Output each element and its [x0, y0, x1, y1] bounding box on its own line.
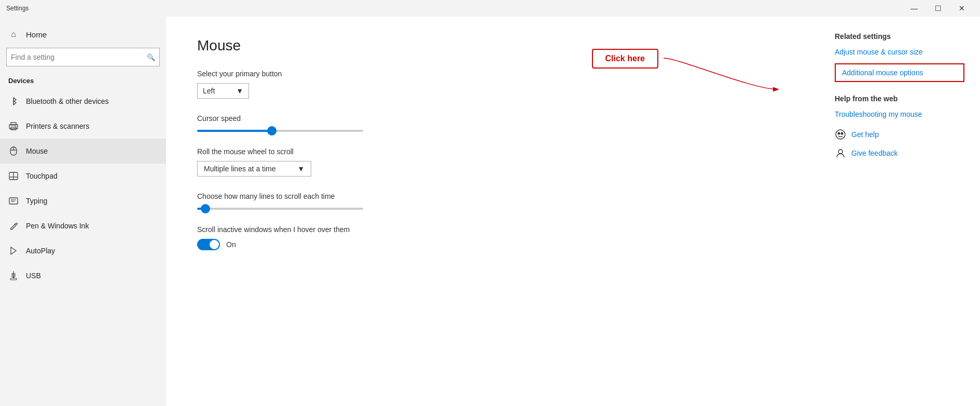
minimize-button[interactable]: —	[902, 0, 926, 17]
autoplay-icon	[8, 246, 19, 256]
click-here-box[interactable]: Click here	[592, 49, 658, 69]
cursor-speed-slider[interactable]	[197, 130, 363, 132]
scroll-lines-label: Choose how many lines to scroll each tim…	[197, 192, 793, 200]
scroll-inactive-toggle-row: On	[197, 239, 793, 250]
printers-icon	[8, 121, 19, 131]
home-label: Home	[26, 30, 47, 39]
get-help-label: Get help	[851, 130, 879, 139]
usb-icon	[8, 270, 19, 281]
svg-rect-13	[10, 278, 17, 280]
give-feedback-label: Give feedback	[851, 149, 898, 157]
roll-dropdown[interactable]: Multiple lines at a time ▼	[197, 161, 311, 177]
usb-label: USB	[26, 272, 41, 280]
adjust-mouse-link[interactable]: Adjust mouse & cursor size	[835, 48, 964, 56]
sidebar-item-printers[interactable]: Printers & scanners	[0, 114, 166, 139]
search-icon: 🔍	[147, 53, 155, 61]
svg-point-18	[838, 150, 843, 154]
roll-label: Roll the mouse wheel to scroll	[197, 147, 793, 156]
main-content: Mouse Select your primary button Left ▼ …	[166, 17, 824, 406]
svg-point-16	[838, 132, 840, 135]
touchpad-icon	[8, 171, 19, 181]
mouse-icon	[8, 146, 19, 156]
toggle-text: On	[226, 240, 236, 249]
cursor-speed-thumb[interactable]	[267, 126, 277, 136]
svg-point-15	[836, 130, 845, 139]
sidebar-item-touchpad[interactable]: Touchpad	[0, 164, 166, 188]
give-feedback-icon	[835, 147, 846, 159]
scroll-inactive-toggle[interactable]	[197, 239, 220, 250]
sidebar-item-typing[interactable]: Typing	[0, 188, 166, 213]
pen-icon	[8, 221, 19, 231]
click-here-annotation: Click here	[592, 49, 658, 69]
troubleshoot-link[interactable]: Troubleshooting my mouse	[835, 110, 964, 118]
give-feedback-item[interactable]: Give feedback	[835, 147, 964, 159]
sidebar-item-mouse[interactable]: Mouse	[0, 139, 166, 164]
svg-point-17	[841, 132, 844, 135]
primary-button-dropdown[interactable]: Left ▼	[197, 83, 249, 99]
page-title: Mouse	[197, 37, 793, 54]
touchpad-label: Touchpad	[26, 172, 58, 180]
home-icon: ⌂	[8, 29, 19, 39]
svg-point-3	[16, 126, 17, 127]
maximize-button[interactable]: ☐	[926, 0, 950, 17]
toggle-knob	[210, 240, 219, 249]
sidebar-item-bluetooth[interactable]: Bluetooth & other devices	[0, 89, 166, 114]
help-web-title: Help from the web	[835, 94, 964, 103]
cursor-speed-fill	[197, 130, 272, 132]
scroll-lines-slider[interactable]	[197, 208, 363, 210]
close-button[interactable]: ✕	[950, 0, 974, 17]
bluetooth-icon	[8, 96, 19, 106]
typing-label: Typing	[26, 197, 47, 205]
primary-button-chevron: ▼	[236, 87, 243, 95]
window-controls: — ☐ ✕	[902, 0, 974, 17]
right-panel: Related settings Adjust mouse & cursor s…	[824, 17, 980, 406]
additional-mouse-link[interactable]: Additional mouse options	[835, 63, 964, 82]
cursor-speed-label: Cursor speed	[197, 114, 793, 123]
sidebar-item-usb[interactable]: USB	[0, 263, 166, 288]
primary-button-label: Select your primary button	[197, 70, 793, 78]
sidebar-item-pen[interactable]: Pen & Windows Ink	[0, 213, 166, 238]
svg-rect-10	[9, 198, 18, 204]
devices-section-label: Devices	[0, 75, 166, 89]
app-title: Settings	[6, 5, 29, 12]
search-input[interactable]	[11, 53, 147, 61]
search-box[interactable]: 🔍	[6, 48, 160, 66]
related-settings-title: Related settings	[835, 32, 964, 40]
primary-button-value: Left	[203, 87, 215, 95]
bluetooth-label: Bluetooth & other devices	[26, 97, 109, 105]
scroll-lines-thumb[interactable]	[201, 204, 210, 213]
title-bar: Settings — ☐ ✕	[0, 0, 980, 17]
typing-icon	[8, 196, 19, 206]
roll-value: Multiple lines at a time	[204, 165, 276, 173]
scroll-inactive-label: Scroll inactive windows when I hover ove…	[197, 225, 793, 234]
autoplay-label: AutoPlay	[26, 247, 55, 255]
sidebar-item-autoplay[interactable]: AutoPlay	[0, 238, 166, 263]
scroll-lines-track	[197, 208, 363, 210]
sidebar: ⌂ Home 🔍 Devices Bluetooth & other devic…	[0, 17, 166, 406]
pen-label: Pen & Windows Ink	[26, 222, 89, 230]
get-help-icon	[835, 129, 846, 140]
roll-chevron: ▼	[297, 165, 305, 173]
printers-label: Printers & scanners	[26, 122, 89, 130]
cursor-speed-track	[197, 130, 363, 132]
get-help-item[interactable]: Get help	[835, 129, 964, 140]
mouse-label: Mouse	[26, 147, 48, 155]
app-body: ⌂ Home 🔍 Devices Bluetooth & other devic…	[0, 17, 980, 406]
sidebar-item-home[interactable]: ⌂ Home	[0, 21, 166, 48]
